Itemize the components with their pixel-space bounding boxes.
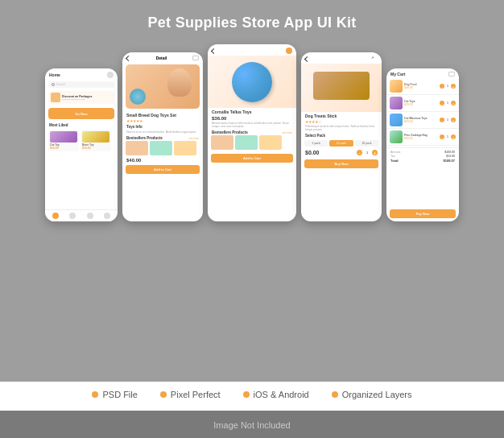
qty-value: 1 <box>365 151 370 155</box>
product-main-img <box>208 56 296 108</box>
detail-price: $40.00 <box>122 157 203 163</box>
nav-profile[interactable] <box>104 213 110 219</box>
total-value: $108.07 <box>444 159 455 163</box>
back-icon[interactable] <box>211 48 217 53</box>
select-pack-label: Select Pack <box>301 132 382 138</box>
footer-section: Image Not Included <box>0 411 504 438</box>
discount-title: Discount on Packages <box>62 95 92 98</box>
detail-product-name: Small Breed Dog Toys Set <box>122 111 203 118</box>
cart2-minus[interactable]: - <box>440 101 444 105</box>
features-section: PSD File Pixel Perfect iOS & Android Org… <box>0 382 504 411</box>
search-icon <box>52 83 55 86</box>
cart-item1-qty: - 1 + <box>440 84 456 89</box>
product-price-bone: $10.00 <box>82 147 109 150</box>
buy-now-btn[interactable]: Buy Now <box>304 159 378 168</box>
phone1-title: Home <box>49 72 60 77</box>
feature-pixel: Pixel Perfect <box>160 390 221 399</box>
cart4-plus[interactable]: + <box>451 134 456 139</box>
top-section: Pet Supplies Store App UI Kit Home Searc… <box>0 0 504 382</box>
tax-value: $12.00 <box>446 155 455 158</box>
detail-header: Detail <box>122 52 203 62</box>
share-icon[interactable]: ↗ <box>371 56 378 62</box>
cart2-plus[interactable]: + <box>451 101 456 105</box>
user-avatar <box>107 72 114 78</box>
search-bar[interactable]: Search <box>48 81 114 88</box>
cart3-minus[interactable]: - <box>440 118 444 122</box>
product-main-name: Cornallis Tellus Toys <box>208 108 296 115</box>
back-arrow-icon[interactable] <box>126 55 131 60</box>
cart1-minus[interactable]: - <box>440 84 444 89</box>
see-more-2[interactable]: see more <box>282 131 292 134</box>
select-desc: Pellentesque at nisl at nibh semper lore… <box>301 124 382 132</box>
cart-item3-price: $29.00 <box>404 120 438 123</box>
bestseller-1[interactable] <box>126 141 148 155</box>
bottom-nav <box>45 209 118 221</box>
see-more-link[interactable]: see more <box>188 137 199 140</box>
select-product-img <box>301 64 382 112</box>
add-to-cart-btn[interactable]: Add to Cart <box>126 165 200 174</box>
cart-item3-img <box>390 114 403 126</box>
phone-cart-screen: My Cart Dog Food $40.00 - 1 + <box>386 68 459 221</box>
search-placeholder: Search <box>56 83 65 86</box>
cart-item-1: Dog Food $40.00 - 1 + <box>386 78 459 95</box>
bestsellers-row-2 <box>208 135 296 151</box>
cart4-minus[interactable]: - <box>440 134 444 139</box>
product-header <box>208 44 296 56</box>
bestseller-3[interactable] <box>174 141 196 155</box>
cart-trash-icon[interactable] <box>448 72 455 76</box>
qty-minus[interactable]: - <box>357 150 362 155</box>
feature-dot-pixel <box>160 391 167 398</box>
feature-layers: Organized Layers <box>332 390 412 399</box>
product-grid: Cat Toy $10.00 Bone Toy $10.00 <box>45 128 118 153</box>
phone-product: Cornallis Tellus Toys $36.00 Aenean auct… <box>208 44 296 221</box>
price-qty-row: $0.00 - 1 + <box>301 148 382 157</box>
heart-icon[interactable] <box>286 48 292 54</box>
phone-select-screen: ↗ Dog Treats Stick ★★★★☆ Pellentesque at… <box>301 52 382 221</box>
stick-toy-illustration <box>313 72 370 100</box>
discount-banner: Discount on Packages Curabitur vehicula … <box>48 91 114 104</box>
cart-item3-qty: - 1 + <box>440 118 456 122</box>
tax-label: Tax: <box>390 155 395 158</box>
cart2-num: 1 <box>445 101 450 105</box>
cart-item4-info: Pets Garbage Bag $30.65 <box>404 134 438 140</box>
pack-1[interactable]: 1 pack <box>304 140 328 147</box>
bestseller-p3[interactable] <box>259 135 282 150</box>
detail-product-img <box>126 64 200 109</box>
product-card-bone[interactable]: Bone Toy $10.00 <box>81 130 111 151</box>
feature-label-ios: iOS & Android <box>254 390 309 399</box>
product-add-cart-btn[interactable]: Add to Cart <box>211 154 293 163</box>
discount-desc: Curabitur vehicula ut ante <box>62 98 92 101</box>
bestseller-2[interactable] <box>150 141 172 155</box>
phone-home-screen: Home Search Discount on Packages Curabit… <box>45 68 118 221</box>
feature-dot-ios <box>243 391 250 398</box>
qty-controls: - 1 + <box>357 150 378 155</box>
cart-item1-img <box>390 80 403 93</box>
cart3-plus[interactable]: + <box>451 118 456 122</box>
qty-plus[interactable]: + <box>372 150 378 155</box>
phone-detail: Detail Small Breed Dog Toys Set ★★★★★ To… <box>122 52 203 221</box>
detail-screen-title: Detail <box>133 56 190 60</box>
bestseller-p2[interactable] <box>235 135 258 150</box>
discount-icon <box>51 93 60 102</box>
nav-cart[interactable] <box>87 213 93 219</box>
shop-now-label: Go Now <box>75 112 87 116</box>
cart1-num: 1 <box>445 85 450 88</box>
nav-home[interactable] <box>52 213 59 219</box>
select-back-icon[interactable] <box>304 56 310 61</box>
bestsellers-label-2: Bestsellers Products <box>212 130 248 134</box>
pack-10[interactable]: 10 pack <box>329 140 353 147</box>
cart-item3-info: Cat Maximus Toys $29.00 <box>404 117 438 123</box>
pack-18[interactable]: 18 pack <box>355 140 378 147</box>
product-main-desc: Aenean auctor neque ut nibh tincidunt, a… <box>208 121 296 129</box>
phone-cart: My Cart Dog Food $40.00 - 1 + <box>386 68 459 221</box>
total-label: Total: <box>390 159 399 163</box>
cart-icon[interactable] <box>192 56 199 60</box>
select-header: ↗ <box>301 52 382 64</box>
bestsellers-label: Bestsellers Products <box>126 136 163 140</box>
shop-now-btn[interactable]: Go Now <box>48 108 114 119</box>
pay-now-btn[interactable]: Pay Now <box>390 209 456 218</box>
cart1-plus[interactable]: + <box>451 84 456 89</box>
bestseller-p1[interactable] <box>211 135 233 150</box>
product-card-cat[interactable]: Cat Toy $10.00 <box>48 130 79 151</box>
nav-search[interactable] <box>69 213 76 219</box>
